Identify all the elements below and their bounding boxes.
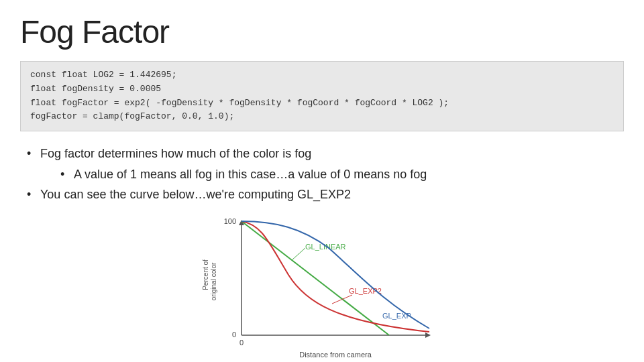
chart-area: 100 0 0 Percent of original color Distan… [20, 215, 624, 362]
page: Fog Factor const float LOG2 = 1.442695; … [0, 0, 644, 362]
fog-chart: 100 0 0 Percent of original color Distan… [201, 215, 443, 362]
svg-text:GL_EXP: GL_EXP [382, 312, 411, 320]
svg-text:GL_LINEAR: GL_LINEAR [305, 243, 346, 251]
svg-marker-3 [425, 333, 431, 338]
svg-text:Distance from camera: Distance from camera [299, 351, 372, 359]
chart-container: 100 0 0 Percent of original color Distan… [201, 215, 443, 362]
svg-text:0: 0 [239, 339, 244, 347]
bullet-1: Fog factor determines how much of the co… [27, 143, 624, 184]
svg-line-14 [292, 248, 305, 260]
svg-text:100: 100 [224, 217, 236, 225]
svg-line-13 [332, 295, 352, 304]
page-title: Fog Factor [20, 13, 624, 50]
svg-text:0: 0 [232, 330, 236, 339]
svg-text:Percent of: Percent of [202, 259, 209, 290]
bullet-1-sub: A value of 1 means all fog in this case…… [60, 164, 624, 185]
bullet-2: You can see the curve below…we're comput… [27, 184, 624, 205]
bullet-list: Fog factor determines how much of the co… [20, 143, 624, 205]
code-block: const float LOG2 = 1.442695; float fogDe… [20, 61, 624, 131]
svg-text:original color: original color [210, 262, 217, 300]
